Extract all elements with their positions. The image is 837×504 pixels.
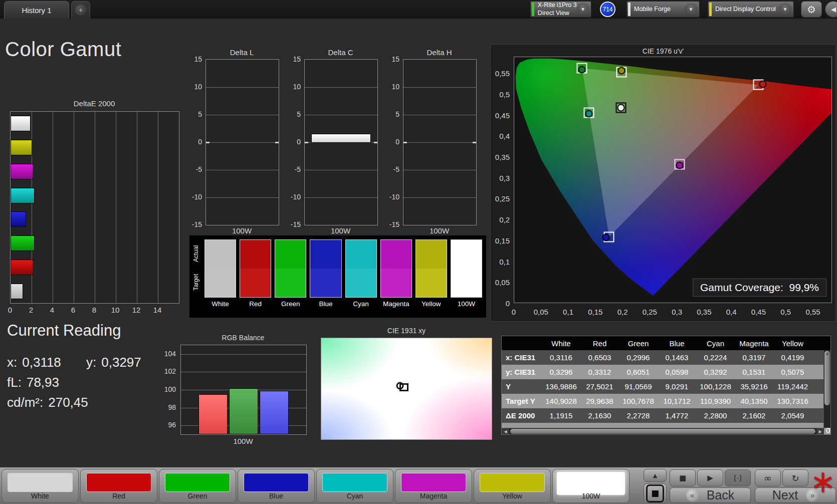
- source-status-stripe: [628, 3, 631, 16]
- swatch-block: [310, 239, 341, 298]
- rgb-balance-x-label: 100W: [180, 437, 306, 445]
- swatch-block: [345, 239, 377, 298]
- deltae-bar-green: [11, 235, 35, 251]
- single-measure-button[interactable]: [·]: [725, 469, 751, 486]
- delta_h-y-tick-label: 5: [395, 110, 399, 118]
- pattern-button-red[interactable]: Red: [80, 469, 157, 503]
- delta_l-gridline: [206, 170, 279, 170]
- table-cell: 0,5075: [773, 368, 812, 376]
- cie1976-y-tick-label: 0,4: [499, 132, 510, 140]
- source-dropdown[interactable]: Mobile Forge ▼: [626, 1, 700, 18]
- delta_c-y-tick-label: -15: [291, 220, 301, 228]
- deltae-x-tick-label: 6: [67, 306, 80, 314]
- meter-count-badge[interactable]: 714: [600, 2, 615, 17]
- target-row-label: Target: [191, 268, 201, 297]
- pattern-button-label: Magenta: [395, 492, 472, 500]
- cie1976-y-tick-label: 0,35: [495, 153, 510, 161]
- swatch-column-100w: 100W: [451, 239, 482, 315]
- table-cell: 0,1531: [735, 368, 773, 376]
- deltae2000-chart-title: DeltaE 2000: [10, 99, 178, 108]
- pattern-button-blue[interactable]: Blue: [238, 469, 315, 503]
- scrollbar-thumb[interactable]: [510, 429, 815, 434]
- scroll-left-arrow-icon[interactable]: ◀: [502, 428, 509, 434]
- target-swatch: [381, 269, 411, 297]
- table-row-label: y: CIE31: [502, 368, 542, 376]
- deltae-gridline: [74, 112, 74, 303]
- deltae2000-x-axis: 02468101214: [10, 306, 190, 316]
- pattern-button-magenta[interactable]: Magenta: [395, 469, 472, 503]
- table-cell: 2,1630: [580, 411, 619, 420]
- back-button[interactable]: « Back: [670, 487, 751, 503]
- table-cell: 0,6051: [619, 368, 658, 376]
- collapse-panel-button[interactable]: ◀: [825, 1, 837, 18]
- delta_c-y-tick-label: -10: [291, 193, 301, 201]
- pattern-swatch: [165, 473, 230, 492]
- table-cell: 0,4199: [773, 353, 812, 362]
- delta_c-zero-notch: [305, 142, 308, 143]
- scroll-right-arrow-icon[interactable]: ▶: [816, 428, 824, 434]
- swatch-label: Yellow: [415, 300, 447, 308]
- swatch-column-red: Red: [240, 239, 271, 315]
- calman-window: History 1 + X-Rite i1Pro 3 Direct View ▼…: [0, 0, 837, 504]
- swatch-label: Magenta: [380, 300, 412, 308]
- cie1976-measured-cyan: [585, 110, 593, 117]
- swatch-block: [275, 239, 306, 298]
- pattern-bar: WhiteRedGreenBlueCyanMagentaYellow100W ▲…: [0, 467, 837, 504]
- deltae-gridline: [116, 112, 116, 303]
- pattern-window-up-button[interactable]: ▲: [644, 469, 667, 482]
- pattern-button-cyan[interactable]: Cyan: [316, 469, 393, 503]
- delta-h-chart: [403, 59, 477, 225]
- table-cell: 0,2224: [696, 353, 735, 362]
- stop-icon: ■: [679, 473, 686, 482]
- swatch-label: White: [204, 300, 236, 308]
- bracket-dot-icon: [·]: [734, 474, 741, 482]
- stop-button[interactable]: ■: [670, 469, 696, 486]
- current-reading-cdm2: cd/m²:270,45: [7, 395, 88, 410]
- delta-c-y-axis: 151050-5-10-15: [285, 59, 303, 224]
- delta_l-gridline: [206, 142, 279, 143]
- display-control-dropdown[interactable]: Direct Display Control ▼: [708, 1, 794, 18]
- deltae-bar-white: [11, 284, 23, 299]
- scrollbar-thumb[interactable]: ▲: [824, 351, 830, 405]
- refresh-button[interactable]: ↻: [782, 469, 808, 486]
- pattern-window-button[interactable]: ■: [644, 483, 667, 503]
- chevron-down-icon: ▼: [685, 3, 697, 16]
- swatch-label: Red: [240, 300, 271, 308]
- rgb-y-tick-label: 102: [164, 367, 176, 375]
- actual-row-label: Actual: [191, 239, 201, 268]
- cie1976-panel: CIE 1976 u'v' 00,050,10,150,20,250,30,35…: [490, 44, 836, 322]
- gamut-coverage-readout: Gamut Coverage: 99,9%: [693, 279, 826, 297]
- cie1976-y-tick-label: 0: [506, 299, 510, 308]
- actual-swatch: [416, 240, 447, 269]
- chevron-left-icon: «: [686, 489, 699, 501]
- table-horizontal-scrollbar[interactable]: ◀ ▶: [502, 428, 824, 434]
- pattern-button-label: Red: [81, 492, 157, 500]
- continuous-measure-button[interactable]: ∞: [755, 469, 781, 486]
- meter-dropdown[interactable]: X-Rite i1Pro 3 Direct View ▼: [530, 1, 591, 18]
- delta-c-x-label: 100W: [304, 226, 377, 235]
- delta_h-y-tick-label: -15: [389, 220, 399, 228]
- tab-history-1[interactable]: History 1: [4, 1, 69, 19]
- deltae-bar-magenta: [11, 164, 33, 179]
- deltae-bar-yellow: [11, 140, 32, 155]
- pattern-button-green[interactable]: Green: [159, 469, 236, 503]
- rgb-gridline: [181, 372, 306, 372]
- add-tab-button[interactable]: +: [71, 1, 90, 19]
- delta_l-y-tick-label: 5: [198, 110, 202, 118]
- table-cell: 130,7316: [773, 397, 812, 405]
- table-vertical-scrollbar[interactable]: ▲: [823, 350, 830, 428]
- swatch-block: [240, 239, 271, 298]
- cie1976-x-tick-label: 0,3: [672, 308, 682, 316]
- pattern-button-white[interactable]: White: [2, 469, 79, 503]
- table-cell: 2,0549: [773, 411, 812, 420]
- cie1976-x-axis: 00,050,10,150,20,250,30,350,40,450,50,55: [514, 308, 832, 318]
- play-button[interactable]: ▶: [697, 469, 723, 486]
- table-header-cell: Yellow: [773, 339, 812, 348]
- pattern-button-100w[interactable]: 100W: [552, 469, 630, 503]
- swatch-column-yellow: Yellow: [415, 239, 447, 315]
- pattern-swatch: [86, 473, 151, 492]
- deltae-bar-blue: [11, 211, 26, 227]
- settings-button[interactable]: ⚙: [801, 1, 822, 18]
- rgb-bar-blue: [260, 391, 289, 434]
- pattern-button-yellow[interactable]: Yellow: [474, 469, 551, 503]
